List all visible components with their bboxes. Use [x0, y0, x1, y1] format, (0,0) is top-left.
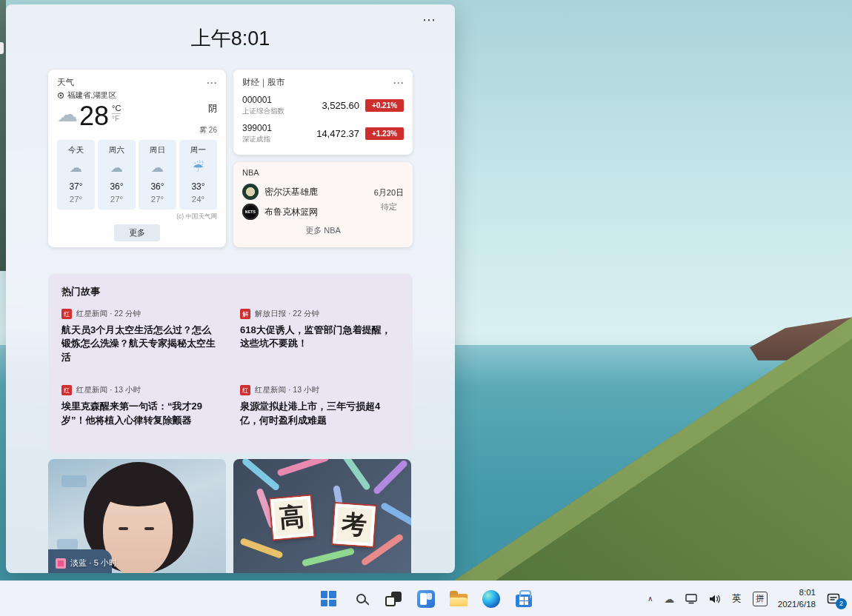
stock-row[interactable]: 399001 深证成指 14,472.37 +1.23% [242, 123, 404, 144]
forecast-day-name: 周六 [98, 145, 136, 155]
weather-condition: 阴 [199, 102, 217, 115]
news-photo-row: 淡蓝 · 5 小时 高 考 [6, 459, 455, 573]
weather-more-button[interactable]: ⋯ [206, 77, 217, 88]
ime-language-indicator[interactable]: 英 [730, 590, 744, 607]
panel-more-button[interactable]: ⋯ [422, 13, 436, 27]
more-icon: ⋯ [422, 13, 436, 27]
weather-unit-toggle[interactable]: °C °F [112, 104, 121, 123]
edge-icon [482, 590, 500, 608]
story-meta: 解 解放日报 · 22 分钟 [240, 309, 399, 319]
stock-change-badge: +1.23% [365, 127, 404, 140]
stock-value: 14,472.37 [316, 128, 359, 139]
forecast-day-name: 周一 [179, 145, 217, 155]
story-item[interactable]: 红 红星新闻 · 13 小时 泉源堂拟赴港上市，三年亏损超4亿，何时盈利成难题 [240, 385, 399, 427]
start-button[interactable] [314, 584, 342, 614]
weather-more-link[interactable]: 更多 [114, 224, 160, 241]
forecast-low: 27° [98, 195, 136, 204]
finance-more-button[interactable]: ⋯ [393, 77, 404, 88]
team-name: 密尔沃基雄鹿 [264, 186, 318, 198]
nets-logo-text: NETS [245, 210, 256, 214]
chalk-stick [302, 547, 355, 566]
stock-row[interactable]: 000001 上证综合指数 3,525.60 +0.21% [242, 95, 404, 116]
forecast-high: 36° [139, 181, 176, 192]
taskbar-center-icons [314, 581, 538, 616]
stock-id-block: 399001 深证成指 [242, 123, 272, 144]
story-headline[interactable]: 618大促诱人，监管部门急着提醒，这些坑不要跳！ [240, 324, 399, 351]
forecast-day[interactable]: 周日 ☁ 36° 27° [139, 140, 176, 210]
widgets-button[interactable] [412, 584, 440, 614]
story-headline[interactable]: 泉源堂拟赴港上市，三年亏损超4亿，何时盈利成难题 [240, 400, 399, 427]
story-item[interactable]: 红 红星新闻 · 13 小时 埃里克森醒来第一句话：“我才29岁”！他将植入心律… [61, 385, 221, 427]
ime-mode-box: 拼 [753, 592, 768, 606]
news-source-icon: 红 [240, 385, 250, 395]
forecast-day-name: 今天 [57, 145, 95, 155]
stock-code: 399001 [242, 123, 272, 133]
story-item[interactable]: 解 解放日报 · 22 分钟 618大促诱人，监管部门急着提醒，这些坑不要跳！ [240, 309, 399, 364]
weather-source: (c) 中国天气网 [57, 212, 217, 221]
story-item[interactable]: 红 红星新闻 · 22 分钟 航天员3个月太空生活怎么过？怎么锻炼怎么洗澡？航天… [61, 309, 221, 364]
unit-fahrenheit[interactable]: °F [112, 115, 121, 123]
portrait-eye [119, 527, 128, 530]
weather-location-row[interactable]: 福建省,湖里区 [57, 90, 217, 101]
forecast-day[interactable]: 今天 ☁ 37° 27° [57, 140, 95, 210]
ime-mode-indicator[interactable]: 拼 [751, 589, 770, 609]
store-icon [516, 595, 532, 607]
nba-widget[interactable]: NBA 密尔沃基雄鹿 NETS 布鲁克林篮网 [233, 162, 413, 247]
story-source-time: 解放日报 · 22 分钟 [255, 309, 319, 319]
chalk-stick [241, 459, 280, 492]
forecast-day[interactable]: 周一 ☔ 33° 24° [179, 140, 217, 210]
search-icon [356, 594, 366, 603]
weather-temp: 28 [79, 102, 109, 130]
unit-celsius[interactable]: °C [112, 104, 121, 114]
stock-change-badge: +0.21% [365, 99, 404, 112]
backdrop-logo [61, 475, 87, 487]
forecast-day-name: 周日 [139, 145, 176, 155]
finance-widget[interactable]: 财经｜股市 ⋯ 000001 上证综合指数 3,525.60 +0.21% 39… [233, 70, 413, 155]
edge-button[interactable] [477, 584, 505, 614]
forecast-day[interactable]: 周六 ☁ 36° 27° [98, 140, 136, 210]
weather-widget[interactable]: 天气 ⋯ 福建省,湖里区 ☁ 28 °C °F [48, 70, 226, 247]
news-photo-card[interactable]: 淡蓝 · 5 小时 [48, 459, 226, 573]
onedrive-icon[interactable]: ☁ [662, 591, 676, 607]
nba-teams: 密尔沃基雄鹿 NETS 布鲁克林篮网 [242, 180, 370, 220]
news-photo-card[interactable]: 高 考 [233, 459, 411, 573]
team-row: NETS 布鲁克林篮网 [242, 204, 370, 220]
volume-icon[interactable] [706, 592, 723, 606]
task-view-icon [385, 592, 402, 606]
cloudy-icon: ☁ [98, 160, 136, 175]
cloudy-icon: ☁ [57, 160, 95, 175]
wallpaper-left-cliff [0, 0, 6, 271]
taskbar-clock[interactable]: 8:01 2021/6/18 [776, 587, 817, 610]
hidden-icons-chevron[interactable]: ∧ [645, 592, 655, 605]
story-headline[interactable]: 埃里克森醒来第一句话：“我才29岁”！他将植入心律转复除颤器 [61, 400, 221, 427]
nba-more-link[interactable]: 更多 NBA [305, 225, 341, 236]
widgets-panel: ⋯ 上午8:01 天气 ⋯ 福建省,湖里区 ☁ 28 [6, 4, 455, 573]
story-headline[interactable]: 航天员3个月太空生活怎么过？怎么锻炼怎么洗澡？航天专家揭秘太空生活 [61, 324, 221, 364]
news-source-icon: 解 [240, 309, 250, 319]
forecast-low: 24° [179, 195, 217, 204]
widgets-icon [417, 590, 435, 608]
panel-time: 上午8:01 [6, 4, 455, 52]
news-source-icon: 红 [61, 385, 72, 395]
search-button[interactable] [347, 584, 375, 614]
task-view-button[interactable] [379, 584, 407, 614]
stock-name: 上证综合指数 [242, 107, 284, 116]
notification-center-button[interactable]: 2 [824, 590, 845, 608]
weather-location: 福建省,湖里区 [67, 90, 116, 101]
panel-edge-indicator [0, 42, 4, 54]
story-source-time: 红星新闻 · 22 分钟 [76, 309, 141, 319]
clock-date: 2021/6/18 [778, 599, 816, 611]
stock-id-block: 000001 上证综合指数 [242, 95, 284, 116]
finance-header: 财经｜股市 ⋯ [242, 77, 404, 88]
game-date: 6月20日 [374, 187, 404, 198]
nba-title: NBA [242, 168, 404, 177]
photo-source-time: 淡蓝 · 5 小时 [70, 558, 117, 569]
network-icon[interactable] [683, 591, 699, 606]
chalk-stick [239, 538, 283, 559]
team-row: 密尔沃基雄鹿 [242, 184, 370, 200]
file-explorer-button[interactable] [445, 584, 473, 614]
game-schedule: 6月20日 待定 [374, 187, 404, 212]
chalk-stick [380, 502, 411, 530]
windows-logo-icon [321, 591, 336, 606]
store-button[interactable] [510, 584, 538, 614]
